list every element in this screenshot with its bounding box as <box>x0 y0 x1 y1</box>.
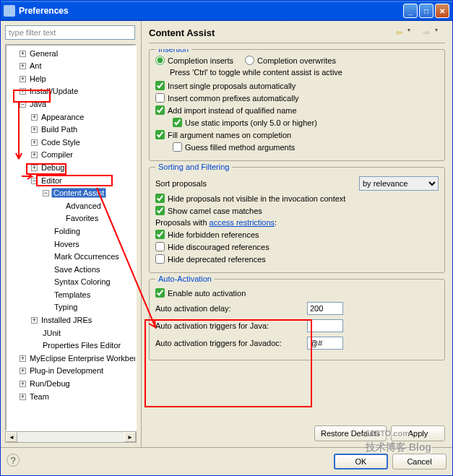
tree-item-content-assist[interactable]: −Content Assist <box>8 187 134 200</box>
back-icon[interactable]: ⇦ <box>393 27 405 38</box>
preferences-tree[interactable]: +General+Ant+Help+Install/Update−Java+Ap… <box>5 44 137 431</box>
back-menu-icon[interactable]: ▾ <box>407 27 418 37</box>
hide-discouraged-check[interactable]: Hide discouraged references <box>155 242 439 251</box>
tree-toggle-icon[interactable]: + <box>20 51 26 57</box>
maximize-button[interactable]: □ <box>419 4 433 18</box>
tree-item-build-path[interactable]: +Build Path <box>8 124 134 137</box>
tree-item-team[interactable]: +Team <box>8 390 134 403</box>
completion-inserts-radio[interactable]: Completion inserts <box>155 56 233 65</box>
sort-label: Sort proposals <box>155 179 359 188</box>
help-icon[interactable]: ? <box>7 454 20 467</box>
access-restrictions-text: Proposals with access restrictions: <box>155 218 439 227</box>
tree-toggle-icon[interactable]: + <box>31 114 38 121</box>
tree-item-save-actions[interactable]: Save Actions <box>8 263 134 276</box>
close-button[interactable]: ✕ <box>435 4 449 18</box>
hide-forbidden-check[interactable]: Hide forbidden references <box>155 230 439 239</box>
insertion-group: Insertion Completion inserts Completion … <box>149 49 445 161</box>
tree-item-general[interactable]: +General <box>8 47 134 60</box>
guess-args-check[interactable]: Guess filled method arguments <box>173 142 439 152</box>
tree-toggle-icon[interactable]: − <box>20 101 26 108</box>
tree-toggle-icon[interactable]: + <box>31 152 38 158</box>
hide-not-visible-check[interactable]: Hide proposals not visible in the invoca… <box>155 194 439 203</box>
tree-item-java[interactable]: −Java <box>8 98 134 111</box>
forward-menu-icon[interactable]: ▾ <box>435 27 445 37</box>
tree-item-run-debug[interactable]: +Run/Debug <box>8 377 134 390</box>
group-title: Auto-Activation <box>155 274 215 283</box>
javadoc-triggers-input[interactable] <box>307 337 343 350</box>
tree-toggle-icon[interactable]: + <box>20 88 26 95</box>
tree-item-typing[interactable]: Typing <box>8 301 134 314</box>
scroll-left-icon[interactable]: ◄ <box>6 432 17 442</box>
tree-toggle-icon[interactable]: + <box>31 139 38 146</box>
group-title: Sorting and Filtering <box>155 163 232 171</box>
java-triggers-input[interactable] <box>307 319 343 332</box>
tree-item-junit[interactable]: JUnit <box>8 326 134 339</box>
tree-item-mark-occurrences[interactable]: Mark Occurrences <box>8 251 134 264</box>
tree-toggle-icon[interactable]: − <box>43 190 49 196</box>
group-title: Insertion <box>155 49 191 53</box>
auto-activation-group: Auto-Activation Enable auto activation A… <box>149 279 445 360</box>
tree-toggle-icon[interactable]: + <box>20 76 26 82</box>
tree-item-install-update[interactable]: +Install/Update <box>8 85 134 98</box>
app-icon <box>4 5 15 17</box>
camel-case-check[interactable]: Show camel case matches <box>155 206 439 215</box>
tree-toggle-icon[interactable]: + <box>20 355 26 362</box>
minimize-button[interactable]: _ <box>403 4 418 18</box>
tree-toggle-icon[interactable]: + <box>20 394 26 400</box>
tree-item-hovers[interactable]: Hovers <box>8 238 134 251</box>
tree-item-templates[interactable]: Templates <box>8 288 134 301</box>
tree-item-installed-jres[interactable]: +Installed JREs <box>8 313 134 326</box>
titlebar: Preferences _ □ ✕ <box>1 1 452 21</box>
tree-item-ant[interactable]: +Ant <box>8 60 134 73</box>
static-imports-check[interactable]: Use static imports (only 5.0 or higher) <box>173 118 439 127</box>
tree-item-advanced[interactable]: Advanced <box>8 199 134 212</box>
tree-item-code-style[interactable]: +Code Style <box>8 136 134 149</box>
hide-deprecated-check[interactable]: Hide deprecated references <box>155 254 439 264</box>
filter-input[interactable] <box>5 25 135 40</box>
apply-button[interactable]: Apply <box>391 425 445 441</box>
tree-item-plug-in-development[interactable]: +Plug-in Development <box>8 365 134 378</box>
tree-item-appearance[interactable]: +Appearance <box>8 111 134 124</box>
tree-item-compiler[interactable]: +Compiler <box>8 149 134 162</box>
enable-auto-check[interactable]: Enable auto activation <box>155 288 439 298</box>
fill-args-check[interactable]: Fill argument names on completion <box>155 130 439 139</box>
completion-overwrites-radio[interactable]: Completion overwrites <box>245 56 336 65</box>
java-triggers-label: Auto activation triggers for Java: <box>155 321 307 330</box>
forward-icon[interactable]: ⇨ <box>420 27 432 38</box>
delay-input[interactable] <box>307 302 343 315</box>
page-title: Content Assist <box>149 27 393 38</box>
tree-item-debug[interactable]: +Debug <box>8 161 134 174</box>
horizontal-scrollbar[interactable]: ◄ ► <box>5 431 137 443</box>
cancel-button[interactable]: Cancel <box>392 454 446 469</box>
sort-select[interactable]: by relevance <box>359 176 439 191</box>
tree-toggle-icon[interactable]: + <box>20 63 26 69</box>
tree-toggle-icon[interactable]: + <box>20 381 26 387</box>
tree-toggle-icon[interactable]: + <box>31 126 38 133</box>
tree-item-help[interactable]: +Help <box>8 72 134 85</box>
delay-label: Auto activation delay: <box>155 304 307 313</box>
access-restrictions-link[interactable]: access restrictions <box>210 218 275 227</box>
tree-toggle-icon[interactable]: − <box>31 178 38 184</box>
window-title: Preferences <box>19 6 403 16</box>
tree-item-properties-files-editor[interactable]: Properties Files Editor <box>8 339 134 352</box>
javadoc-triggers-label: Auto activation triggers for Javadoc: <box>155 339 307 347</box>
tree-toggle-icon[interactable]: + <box>20 368 26 374</box>
tree-toggle-icon[interactable]: + <box>31 317 38 324</box>
tree-toggle-icon[interactable]: + <box>31 165 38 171</box>
tree-item-folding[interactable]: Folding <box>8 225 134 238</box>
insert-common-check[interactable]: Insert common prefixes automatically <box>155 93 439 103</box>
sorting-group: Sorting and Filtering Sort proposals by … <box>149 167 445 273</box>
tree-item-favorites[interactable]: Favorites <box>8 212 134 225</box>
toggle-hint: Press 'Ctrl' to toggle while content ass… <box>155 68 439 77</box>
add-import-check[interactable]: Add import instead of qualified name <box>155 105 439 115</box>
tree-item-syntax-coloring[interactable]: Syntax Coloring <box>8 276 134 289</box>
restore-defaults-button[interactable]: Restore Defaults <box>314 425 387 441</box>
insert-single-check[interactable]: Insert single proposals automatically <box>155 81 439 90</box>
scroll-right-icon[interactable]: ► <box>124 432 136 442</box>
tree-item-editor[interactable]: −Editor <box>8 174 134 187</box>
tree-item-myeclipse-enterprise-workbench[interactable]: +MyEclipse Enterprise Workbench <box>8 352 134 365</box>
ok-button[interactable]: OK <box>334 454 388 469</box>
